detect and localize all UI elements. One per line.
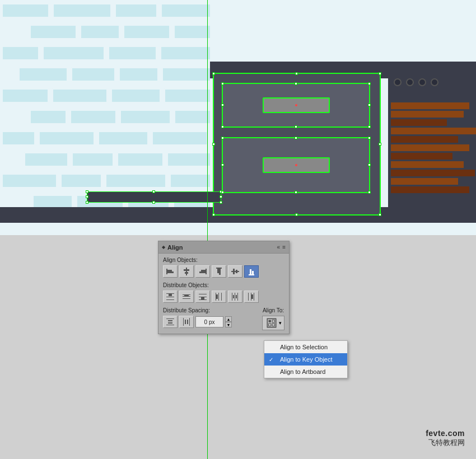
svg-rect-37 — [233, 295, 234, 298]
canvas-area — [0, 0, 476, 235]
dist-center-v-btn[interactable] — [179, 291, 194, 303]
sel-handle-ml — [212, 143, 215, 146]
panel-collapse-btn[interactable]: « — [277, 244, 281, 250]
sel-handle-br — [379, 213, 381, 216]
distribute-objects-buttons — [163, 291, 284, 303]
svg-rect-12 — [231, 271, 239, 272]
watermark: fevte.com 飞特教程网 — [426, 429, 465, 448]
svg-rect-41 — [254, 293, 254, 301]
dist-spacing-h-btn[interactable] — [179, 316, 194, 328]
dist-top-btn[interactable] — [163, 291, 178, 303]
svg-rect-3 — [186, 268, 187, 275]
svg-rect-4 — [184, 269, 189, 271]
deck1-handle-bl — [221, 125, 224, 128]
sel-handle-tl — [212, 72, 215, 75]
deck2-handle-br — [368, 191, 371, 194]
svg-rect-49 — [185, 320, 186, 324]
deck1-indicator — [295, 104, 297, 106]
svg-rect-23 — [183, 296, 190, 297]
panel-title-left: ◆ Align — [162, 244, 183, 251]
panel-title-text: Align — [167, 244, 183, 251]
panel-body: Align Objects: — [158, 254, 289, 334]
svg-rect-29 — [201, 297, 204, 299]
sel-handle-bm — [295, 213, 298, 216]
align-right-btn[interactable] — [195, 265, 210, 278]
dist-spacing-v-btn[interactable] — [163, 316, 178, 328]
svg-rect-44 — [166, 325, 174, 325]
distribute-objects-label: Distribute Objects: — [163, 282, 284, 288]
svg-rect-0 — [166, 269, 167, 274]
svg-rect-32 — [221, 293, 222, 301]
deck1-slot — [263, 97, 330, 113]
dist-center-h-btn[interactable] — [228, 291, 242, 303]
boombox-speaker-area — [388, 73, 476, 218]
svg-rect-27 — [199, 297, 207, 297]
strip-handle-br — [220, 201, 222, 204]
align-to-area: Align To: ▾ — [262, 307, 284, 330]
sel-handle-mr — [379, 143, 381, 146]
align-center-v-btn[interactable] — [179, 265, 194, 278]
panel-menu-btn[interactable]: ≡ — [282, 244, 286, 250]
spin-up-btn[interactable]: ▲ — [225, 316, 232, 322]
svg-rect-45 — [168, 320, 172, 321]
strip-handle-tl — [86, 190, 88, 193]
sel-handle-tr — [379, 72, 381, 75]
svg-rect-36 — [237, 293, 238, 301]
deck2-handle-tr — [368, 137, 371, 139]
align-left-btn[interactable] — [163, 265, 178, 278]
menu-item-align-artboard[interactable]: Align to Artboard — [264, 366, 347, 378]
panel-title-controls: « ≡ — [277, 244, 286, 250]
align-top-btn[interactable] — [212, 265, 226, 278]
svg-rect-1 — [167, 270, 172, 271]
svg-rect-31 — [218, 293, 219, 301]
spacing-input[interactable]: 0 px — [195, 316, 223, 327]
svg-rect-19 — [166, 297, 174, 297]
align-center-h-btn[interactable] — [228, 265, 242, 278]
svg-rect-33 — [216, 294, 218, 299]
strip-handle-mr — [220, 195, 222, 198]
align-bottom-btn[interactable] — [244, 265, 259, 278]
svg-rect-2 — [167, 271, 174, 273]
svg-rect-17 — [252, 271, 254, 274]
panel-collapse-arrow[interactable]: ◆ — [162, 245, 165, 250]
svg-rect-25 — [184, 295, 189, 296]
svg-rect-28 — [199, 299, 207, 300]
svg-rect-48 — [189, 318, 190, 326]
svg-rect-24 — [183, 298, 190, 299]
deck2-slot — [263, 157, 330, 173]
dist-right-btn[interactable] — [244, 291, 259, 303]
deck1-handle-mr — [368, 104, 371, 106]
svg-rect-47 — [183, 318, 184, 326]
strip-handle-tm — [152, 190, 155, 193]
menu-item-align-selection[interactable]: Align to Selection — [264, 341, 347, 353]
spacing-spinner[interactable]: ▲ ▼ — [225, 316, 232, 327]
align-to-btn[interactable]: ▾ — [262, 316, 284, 330]
svg-rect-18 — [166, 293, 174, 294]
align-panel: ◆ Align « ≡ Align Objects: — [158, 241, 290, 334]
svg-rect-40 — [251, 293, 251, 301]
svg-rect-43 — [166, 319, 174, 319]
deck1-handle-tl — [221, 82, 224, 85]
svg-rect-22 — [183, 294, 190, 295]
deck2-handle-tl — [221, 137, 224, 139]
strip-handle-bl — [86, 201, 88, 204]
svg-rect-55 — [272, 324, 274, 326]
menu-item-align-key-object[interactable]: ✓ Align to Key Object — [264, 353, 347, 366]
svg-rect-14 — [236, 270, 237, 273]
deck1-handle-tm — [295, 82, 297, 85]
deck1 — [222, 83, 370, 128]
sel-handle-tm — [295, 72, 298, 75]
svg-rect-30 — [216, 293, 216, 301]
deck1-handle-br — [368, 125, 371, 128]
watermark-url: fevte.com — [426, 429, 465, 438]
strip-handle-ml — [86, 195, 88, 198]
bottom-strip — [87, 191, 221, 203]
svg-rect-8 — [199, 271, 206, 273]
deck2-handle-bl — [221, 191, 224, 194]
svg-rect-54 — [268, 324, 270, 326]
deck2-handle-ml — [221, 163, 224, 166]
dist-left-btn[interactable] — [212, 291, 226, 303]
dist-bottom-btn[interactable] — [195, 291, 210, 303]
spin-down-btn[interactable]: ▼ — [225, 322, 232, 327]
deck2-indicator — [295, 164, 297, 166]
